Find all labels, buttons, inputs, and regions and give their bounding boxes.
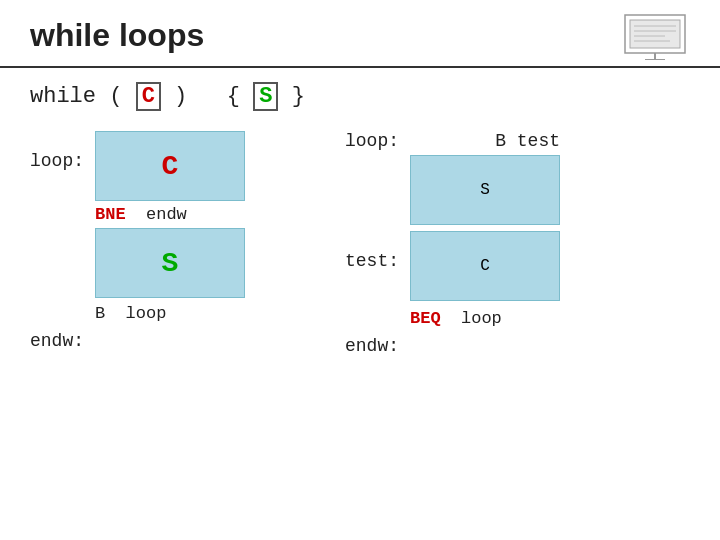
- close-paren: ): [174, 84, 187, 109]
- right-c-block: C: [410, 231, 560, 301]
- right-endw-label: endw:: [345, 336, 560, 356]
- s-block-text: S: [162, 248, 179, 279]
- bne-line: BNE endw: [95, 205, 245, 224]
- statement-block: S: [95, 228, 245, 298]
- svg-rect-1: [630, 20, 680, 48]
- close-brace: }: [292, 84, 305, 109]
- while-keyword: while: [30, 84, 96, 109]
- right-s-block: S: [410, 155, 560, 225]
- right-column: loop: B test S test: C BEQ: [345, 131, 560, 356]
- left-loop-label: loop:: [30, 131, 85, 171]
- open-brace: {: [227, 84, 240, 109]
- b-test-label: B test: [410, 131, 560, 151]
- right-c-text: C: [480, 257, 490, 275]
- left-column: loop: C BNE endw S B loop endw:: [30, 131, 245, 356]
- b-loop-line: B loop: [95, 304, 245, 323]
- beq-loop-line: BEQ loop: [410, 309, 502, 328]
- c-block-text: C: [162, 151, 179, 182]
- syntax-line: while ( C ) { S }: [0, 68, 720, 111]
- right-s-text: S: [480, 181, 490, 199]
- page-title: while loops: [30, 17, 204, 54]
- condition-block: C: [95, 131, 245, 201]
- header: while loops: [0, 0, 720, 68]
- left-endw-label: endw:: [30, 331, 245, 351]
- right-loop-label: loop:: [345, 131, 400, 151]
- open-paren: (: [109, 84, 122, 109]
- test-label: test:: [345, 231, 400, 271]
- main-content: loop: C BNE endw S B loop endw:: [0, 111, 720, 366]
- logo-icon: [620, 10, 690, 60]
- condition-box: C: [136, 82, 161, 111]
- statement-box-syntax: S: [253, 82, 278, 111]
